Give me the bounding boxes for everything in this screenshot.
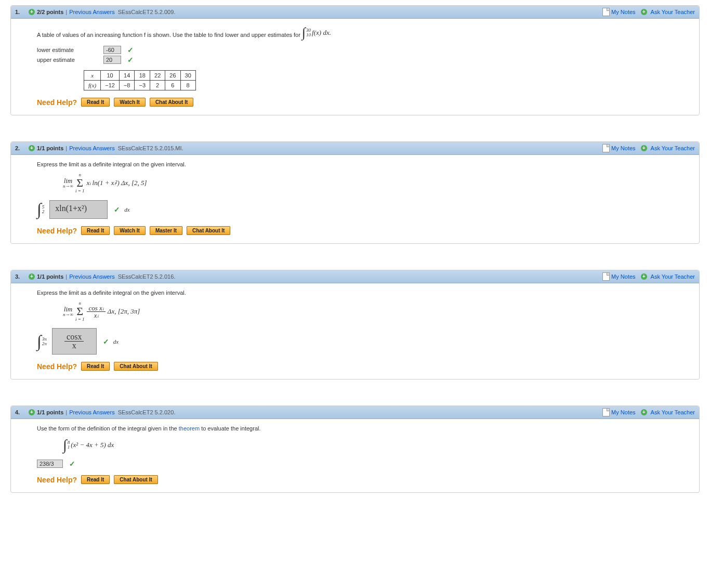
question-header: 3. + 1/1 points | Previous Answers SEssC… bbox=[11, 270, 699, 283]
check-icon: ✓ bbox=[114, 205, 120, 214]
integral-expr: ∫ 52 bbox=[37, 200, 45, 219]
source-label: SEssCalcET2 5.2.016. bbox=[118, 273, 176, 280]
read-it-button[interactable]: Read It bbox=[81, 226, 110, 235]
watch-it-button[interactable]: Watch It bbox=[114, 226, 146, 235]
note-icon bbox=[602, 408, 610, 416]
prompt-text: A table of values of an increasing funct… bbox=[37, 25, 689, 41]
read-it-button[interactable]: Read It bbox=[81, 475, 110, 484]
note-icon bbox=[602, 144, 610, 152]
source-label: SEssCalcET2 5.2.015.MI. bbox=[118, 145, 183, 151]
points-label: 1/1 points bbox=[37, 409, 63, 415]
question-3: 3. + 1/1 points | Previous Answers SEssC… bbox=[10, 270, 700, 380]
read-it-button[interactable]: Read It bbox=[81, 362, 110, 371]
master-it-button[interactable]: Master It bbox=[150, 226, 182, 235]
answer-input[interactable]: 238/3 bbox=[37, 460, 63, 468]
need-help-row: Need Help? Read It Chat About It bbox=[37, 362, 689, 371]
expand-icon[interactable]: + bbox=[29, 273, 35, 280]
previous-answers-link[interactable]: Previous Answers bbox=[69, 409, 114, 415]
my-notes-link[interactable]: My Notes bbox=[602, 408, 635, 416]
watch-it-button[interactable]: Watch It bbox=[114, 98, 146, 107]
chat-about-it-button[interactable]: Chat About It bbox=[150, 98, 193, 107]
question-header: 2. + 1/1 points | Previous Answers SEssC… bbox=[11, 142, 699, 155]
question-number: 3. bbox=[15, 273, 23, 280]
chat-about-it-button[interactable]: Chat About It bbox=[114, 475, 157, 484]
prompt-text: Express the limit as a definite integral… bbox=[37, 161, 689, 167]
answer-row: 238/3 ✓ bbox=[37, 460, 689, 468]
question-body: Express the limit as a definite integral… bbox=[11, 155, 699, 243]
need-help-row: Need Help? Read It Chat About It bbox=[37, 475, 689, 484]
my-notes-link[interactable]: My Notes bbox=[602, 272, 635, 281]
check-icon: ✓ bbox=[103, 337, 109, 346]
ask-teacher-link[interactable]: +Ask Your Teacher bbox=[641, 145, 695, 151]
check-icon: ✓ bbox=[127, 56, 134, 64]
previous-answers-link[interactable]: Previous Answers bbox=[69, 273, 114, 280]
limit-expression: limn→∞ nΣi = 1 xᵢ ln(1 + xᵢ²) Δx, [2, 5] bbox=[63, 173, 689, 193]
points-label: 2/2 points bbox=[37, 9, 63, 15]
question-1: 1. + 2/2 points | Previous Answers SEssC… bbox=[10, 5, 700, 115]
previous-answers-link[interactable]: Previous Answers bbox=[69, 9, 114, 15]
prompt-text: Express the limit as a definite integral… bbox=[37, 290, 689, 296]
note-icon bbox=[602, 272, 610, 281]
read-it-button[interactable]: Read It bbox=[81, 98, 110, 107]
points-label: 1/1 points bbox=[37, 273, 63, 280]
my-notes-link[interactable]: My Notes bbox=[602, 144, 635, 152]
plus-icon: + bbox=[641, 409, 647, 415]
ask-teacher-link[interactable]: +Ask Your Teacher bbox=[641, 409, 695, 415]
theorem-link[interactable]: theorem bbox=[179, 425, 200, 432]
question-number: 2. bbox=[15, 145, 23, 151]
integral-display: ∫ 81 (x² − 4x + 5) dx bbox=[63, 437, 689, 453]
expand-icon[interactable]: + bbox=[29, 145, 35, 151]
plus-icon: + bbox=[641, 273, 647, 280]
my-notes-link[interactable]: My Notes bbox=[602, 8, 635, 16]
question-header: 1. + 2/2 points | Previous Answers SEssC… bbox=[11, 6, 699, 19]
question-number: 1. bbox=[15, 9, 23, 15]
check-icon: ✓ bbox=[127, 46, 134, 54]
upper-estimate-row: upper estimate 20 ✓ bbox=[37, 56, 689, 64]
ask-teacher-link[interactable]: +Ask Your Teacher bbox=[641, 273, 695, 280]
need-help-row: Need Help? Read It Watch It Chat About I… bbox=[37, 98, 689, 107]
integral-expr: ∫ 3010 f(x) dx. bbox=[302, 25, 331, 41]
chat-about-it-button[interactable]: Chat About It bbox=[114, 362, 157, 371]
plus-icon: + bbox=[641, 9, 647, 15]
lower-estimate-input[interactable]: -60 bbox=[103, 46, 121, 54]
question-header: 4. + 1/1 points | Previous Answers SEssC… bbox=[11, 406, 699, 419]
need-help-row: Need Help? Read It Watch It Master It Ch… bbox=[37, 226, 689, 235]
question-4: 4. + 1/1 points | Previous Answers SEssC… bbox=[10, 406, 700, 493]
question-2: 2. + 1/1 points | Previous Answers SEssC… bbox=[10, 141, 700, 244]
plus-icon: + bbox=[641, 145, 647, 151]
note-icon bbox=[602, 8, 610, 16]
answer-row: ∫ 52 xln(1+x²) ✓ dx bbox=[37, 200, 689, 219]
points-label: 1/1 points bbox=[37, 145, 63, 151]
chat-about-it-button[interactable]: Chat About It bbox=[187, 226, 230, 235]
integrand-input[interactable]: xln(1+x²) bbox=[49, 200, 108, 219]
expand-icon[interactable]: + bbox=[29, 409, 35, 415]
lower-estimate-row: lower estimate -60 ✓ bbox=[37, 46, 689, 54]
ask-teacher-link[interactable]: +Ask Your Teacher bbox=[641, 9, 695, 15]
question-body: A table of values of an increasing funct… bbox=[11, 19, 699, 115]
limit-expression: limn→∞ nΣi = 1 cos xᵢxᵢ Δx, [2π, 3π] bbox=[63, 301, 689, 322]
previous-answers-link[interactable]: Previous Answers bbox=[69, 145, 114, 151]
question-body: Express the limit as a definite integral… bbox=[11, 283, 699, 379]
integrand-input[interactable]: cosxx bbox=[52, 328, 97, 355]
question-number: 4. bbox=[15, 409, 23, 415]
question-body: Use the form of the definition of the in… bbox=[11, 419, 699, 492]
upper-estimate-input[interactable]: 20 bbox=[103, 56, 121, 64]
integral-expr: ∫ 3π2π bbox=[37, 332, 48, 351]
source-label: SEssCalcET2 5.2.009. bbox=[118, 9, 176, 15]
prompt-text: Use the form of the definition of the in… bbox=[37, 425, 689, 432]
source-label: SEssCalcET2 5.2.020. bbox=[118, 409, 176, 415]
expand-icon[interactable]: + bbox=[29, 9, 35, 15]
check-icon: ✓ bbox=[69, 460, 75, 468]
answer-row: ∫ 3π2π cosxx ✓ dx bbox=[37, 328, 689, 355]
data-table: x 1014 1822 2630 f(x) −12−8 −32 68 bbox=[84, 70, 196, 90]
